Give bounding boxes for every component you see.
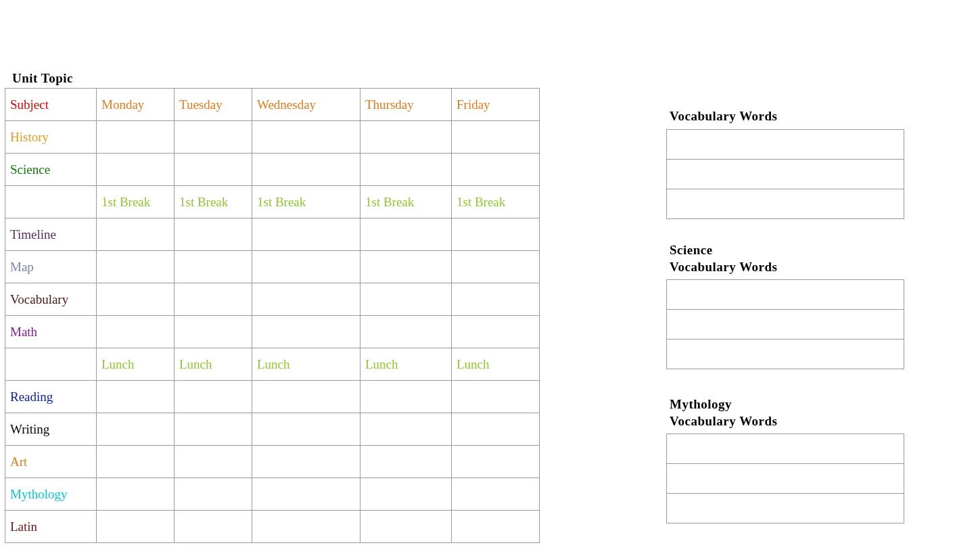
vocab-cell <box>667 159 904 189</box>
schedule-cell: Lunch <box>360 348 452 381</box>
schedule-cell <box>97 316 174 348</box>
schedule-cell <box>252 316 360 348</box>
subject-cell: Latin <box>5 511 97 543</box>
schedule-cell <box>252 218 360 251</box>
schedule-cell <box>452 381 540 413</box>
table-row: History <box>5 121 540 154</box>
schedule-cell <box>174 154 252 186</box>
schedule-cell <box>174 413 252 446</box>
schedule-cell: Lunch <box>252 348 360 381</box>
vocab-cell <box>667 189 904 218</box>
vocab-table-3 <box>666 434 904 523</box>
schedule-cell: Lunch <box>452 348 540 381</box>
header-friday: Friday <box>452 89 540 121</box>
schedule-cell <box>360 446 452 478</box>
schedule-cell <box>252 413 360 446</box>
schedule-cell <box>360 511 452 543</box>
schedule-cell <box>252 381 360 413</box>
schedule-cell <box>174 478 252 511</box>
schedule-cell <box>452 251 540 283</box>
schedule-cell <box>360 381 452 413</box>
schedule-cell <box>97 511 174 543</box>
subject-cell: Timeline <box>5 218 97 251</box>
vocab-heading-1: Vocabulary Words <box>666 108 904 125</box>
vocab-table-2 <box>666 279 904 369</box>
schedule-cell <box>174 511 252 543</box>
schedule-cell <box>174 446 252 478</box>
vocab-cell <box>667 434 904 464</box>
schedule-cell <box>452 511 540 543</box>
schedule-cell: 1st Break <box>360 186 452 218</box>
schedule-cell <box>174 121 252 154</box>
schedule-cell <box>97 283 174 316</box>
schedule-cell <box>360 121 452 154</box>
schedule-cell <box>174 381 252 413</box>
vocab-cell <box>667 310 904 340</box>
schedule-cell: Lunch <box>174 348 252 381</box>
subject-cell: Science <box>5 154 97 186</box>
schedule-cell <box>360 218 452 251</box>
subject-cell <box>5 186 97 218</box>
table-row: Map <box>5 251 540 283</box>
schedule-cell <box>252 251 360 283</box>
vocab-cell <box>667 340 904 369</box>
table-row: 1st Break1st Break1st Break1st Break1st … <box>5 186 540 218</box>
table-row: Math <box>5 316 540 348</box>
schedule-cell <box>360 316 452 348</box>
schedule-cell <box>252 283 360 316</box>
table-row: Mythology <box>5 478 540 511</box>
schedule-cell <box>97 154 174 186</box>
vocab-section-1: Vocabulary Words <box>666 108 904 219</box>
schedule-cell <box>97 478 174 511</box>
schedule-cell <box>252 154 360 186</box>
header-thursday: Thursday <box>360 89 452 121</box>
table-row: Timeline <box>5 218 540 251</box>
vocab-heading-3: MythologyVocabulary Words <box>666 396 904 429</box>
schedule-cell <box>360 251 452 283</box>
subject-cell: History <box>5 121 97 154</box>
schedule-cell <box>452 121 540 154</box>
table-row: Writing <box>5 413 540 446</box>
schedule-cell <box>452 316 540 348</box>
vocab-section-2: ScienceVocabulary Words <box>666 242 904 369</box>
schedule-cell <box>97 381 174 413</box>
header-wednesday: Wednesday <box>252 89 360 121</box>
subject-cell: Vocabulary <box>5 283 97 316</box>
schedule-cell <box>452 154 540 186</box>
schedule-cell <box>360 154 452 186</box>
schedule-cell <box>452 478 540 511</box>
table-row: LunchLunchLunchLunchLunch <box>5 348 540 381</box>
schedule-cell <box>174 283 252 316</box>
vocab-table-1 <box>666 129 904 219</box>
page-title: Unit Topic <box>12 71 73 86</box>
schedule-cell <box>360 283 452 316</box>
schedule-cell <box>97 121 174 154</box>
subject-cell: Art <box>5 446 97 478</box>
schedule-table: Subject Monday Tuesday Wednesday Thursda… <box>5 88 540 543</box>
schedule-cell <box>452 283 540 316</box>
subject-cell: Map <box>5 251 97 283</box>
schedule-cell <box>174 218 252 251</box>
subject-cell: Writing <box>5 413 97 446</box>
schedule-cell <box>252 121 360 154</box>
schedule-cell <box>252 478 360 511</box>
vocab-cell <box>667 464 904 494</box>
schedule-cell <box>452 218 540 251</box>
table-header-row: Subject Monday Tuesday Wednesday Thursda… <box>5 89 540 121</box>
header-subject: Subject <box>5 89 97 121</box>
schedule-cell <box>97 218 174 251</box>
schedule-cell <box>452 413 540 446</box>
schedule-cell <box>360 413 452 446</box>
schedule-cell <box>174 251 252 283</box>
header-monday: Monday <box>97 89 174 121</box>
schedule-cell <box>97 413 174 446</box>
header-tuesday: Tuesday <box>174 89 252 121</box>
schedule-cell <box>452 446 540 478</box>
schedule-cell <box>97 446 174 478</box>
schedule-cell <box>174 316 252 348</box>
schedule-cell: 1st Break <box>174 186 252 218</box>
schedule-cell: 1st Break <box>452 186 540 218</box>
table-row: Vocabulary <box>5 283 540 316</box>
schedule-cell <box>252 511 360 543</box>
subject-cell: Mythology <box>5 478 97 511</box>
